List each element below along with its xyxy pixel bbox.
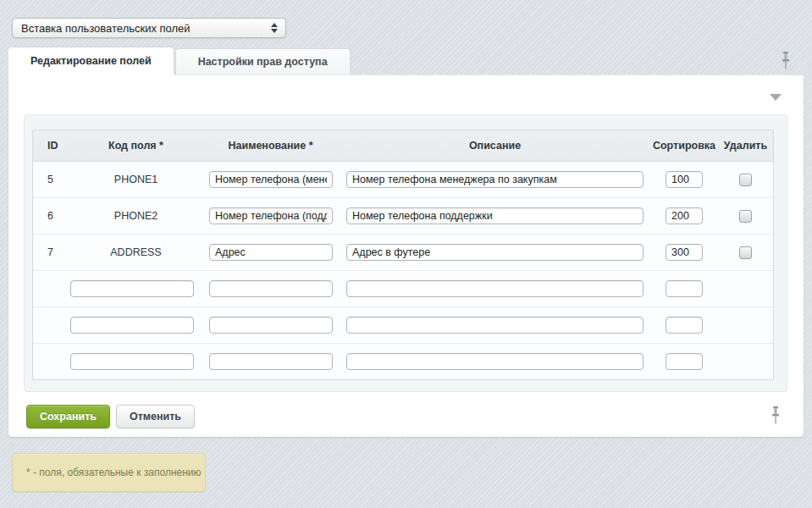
fields-table: ID Код поля * Наименование * Описание Со… [32,130,774,380]
tab-access-rights-label: Настройки прав доступа [198,56,328,68]
pin-icon[interactable] [770,406,782,426]
field-description-input[interactable] [346,353,644,370]
cell-field-sort [650,353,718,370]
tab-access-rights[interactable]: Настройки прав доступа [175,48,351,75]
cell-field-sort [650,171,718,188]
field-sort-input[interactable] [666,244,703,261]
empty-field-row [33,344,773,379]
button-row: Сохранить Отменить [26,405,195,428]
field-name-input[interactable] [209,207,333,224]
cell-field-description [340,244,650,261]
cell-field-description [340,280,650,297]
cell-field-code [70,317,202,334]
new-field-code-input[interactable] [70,280,194,297]
field-description-input[interactable] [346,171,644,188]
table-header-row: ID Код поля * Наименование * Описание Со… [33,130,773,162]
header-code: Код поля * [70,140,202,152]
cell-field-sort [650,280,718,297]
header-delete: Удалить [718,140,773,152]
page: Вставка пользовательских полей Редактиро… [0,0,812,508]
cell-field-description [340,317,650,334]
delete-checkbox[interactable] [739,246,752,259]
cell-id: 7 [33,246,70,258]
select-value: Вставка пользовательских полей [13,22,267,35]
cell-field-description [340,353,650,370]
field-name-input[interactable] [209,280,333,297]
cell-field-code [70,280,202,297]
cancel-button[interactable]: Отменить [116,405,195,428]
cell-field-delete [718,210,773,223]
cell-field-sort [650,244,718,261]
header-desc: Описание [340,140,650,152]
cell-field-name [202,317,340,334]
required-fields-note-text: * - поля, обязательные к заполнению [26,467,202,478]
cell-field-sort [650,207,718,224]
cell-field-sort [650,317,718,334]
field-sort-input[interactable] [666,280,703,297]
header-id: ID [33,140,70,152]
cell-field-description [340,207,650,224]
field-row: 7ADDRESS [33,235,773,271]
field-name-input[interactable] [209,244,333,261]
collapse-arrow-icon[interactable] [770,94,782,101]
required-fields-note: * - поля, обязательные к заполнению [12,453,206,492]
cell-field-description [340,171,650,188]
pin-icon[interactable] [780,51,792,71]
cell-field-name [202,280,340,297]
cell-field-delete [718,174,773,186]
empty-field-row [33,271,773,307]
tab-edit-fields-label: Редактирование полей [30,55,152,67]
new-field-code-input[interactable] [70,353,194,370]
empty-field-row [33,307,773,344]
cell-field-name [202,171,340,188]
field-sort-input[interactable] [666,317,703,334]
cell-id: 5 [33,174,70,185]
cell-field-name [202,207,340,224]
fields-table-body: 5PHONE16PHONE27ADDRESS [33,162,773,379]
field-name-input[interactable] [209,353,333,370]
header-sort: Сортировка [650,140,718,152]
header-name: Наименование * [202,140,340,152]
delete-checkbox[interactable] [739,210,752,223]
new-field-code-input[interactable] [70,317,194,334]
field-description-input[interactable] [346,207,644,224]
tab-edit-fields[interactable]: Редактирование полей [8,47,174,75]
cell-field-code: PHONE2 [70,210,202,222]
field-row: 6PHONE2 [33,198,773,235]
field-description-input[interactable] [346,317,644,334]
save-button[interactable]: Сохранить [26,405,110,428]
field-description-input[interactable] [346,244,644,261]
field-name-input[interactable] [209,317,333,334]
edit-fields-panel: ID Код поля * Наименование * Описание Со… [8,75,804,437]
field-row: 5PHONE1 [33,162,773,198]
cell-field-name [202,244,340,261]
cell-id: 6 [33,210,70,222]
field-sort-input[interactable] [666,171,703,188]
cell-field-delete [718,246,773,259]
field-description-input[interactable] [346,280,644,297]
cell-field-code: ADDRESS [70,246,202,258]
up-down-arrows-icon [267,23,285,33]
custom-fields-select[interactable]: Вставка пользовательских полей [12,18,286,38]
field-name-input[interactable] [209,171,333,188]
field-sort-input[interactable] [666,353,703,370]
cell-field-code [70,353,202,370]
delete-checkbox[interactable] [739,174,752,186]
field-sort-input[interactable] [666,207,703,224]
tab-bar: Редактирование полей Настройки прав дост… [8,47,351,75]
cell-field-name [202,353,340,370]
cell-field-code: PHONE1 [70,174,202,185]
form-area: ID Код поля * Наименование * Описание Со… [24,114,787,392]
